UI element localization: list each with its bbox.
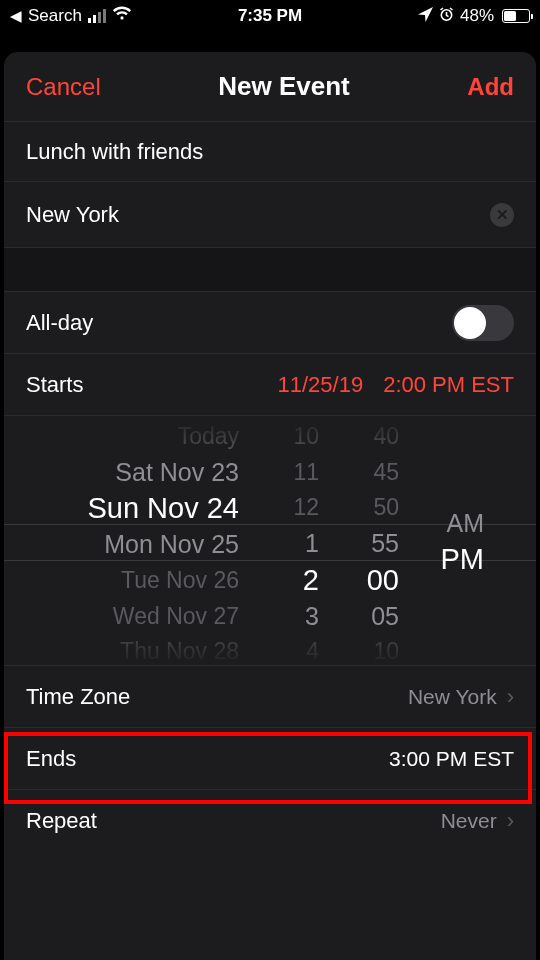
all-day-row: All-day	[4, 292, 536, 354]
event-title-field[interactable]: Lunch with friends	[4, 122, 536, 182]
new-event-sheet: Cancel New Event Add Lunch with friends …	[4, 52, 536, 960]
sheet-title: New Event	[218, 71, 350, 102]
annotation-highlight	[4, 732, 532, 804]
starts-label: Starts	[26, 372, 83, 398]
starts-date: 11/25/19	[278, 372, 364, 398]
repeat-label: Repeat	[26, 808, 97, 834]
status-bar: ◀ Search 7:35 PM 48%	[0, 0, 540, 32]
all-day-toggle[interactable]	[452, 305, 514, 341]
picker-item[interactable]: 05	[371, 599, 399, 635]
picker-item[interactable]: 12	[293, 490, 319, 526]
picker-item[interactable]: Wed Nov 27	[113, 599, 239, 635]
cancel-button[interactable]: Cancel	[26, 73, 101, 101]
time-zone-label: Time Zone	[26, 684, 130, 710]
battery-icon	[500, 9, 530, 23]
all-day-label: All-day	[26, 310, 93, 336]
sheet-header: Cancel New Event Add	[4, 52, 536, 122]
picker-item[interactable]: 1	[305, 526, 319, 562]
picker-item[interactable]: 40	[373, 419, 399, 455]
picker-date-column[interactable]: TodaySat Nov 23Sun Nov 24Mon Nov 25Tue N…	[14, 416, 249, 665]
picker-item[interactable]: AM	[447, 506, 485, 542]
picker-item[interactable]: Sat Nov 23	[115, 455, 239, 491]
status-time: 7:35 PM	[0, 6, 540, 26]
starts-time: 2:00 PM EST	[383, 372, 514, 398]
chevron-right-icon: ›	[507, 684, 514, 710]
picker-item[interactable]: Today	[178, 419, 239, 455]
repeat-value: Never	[441, 809, 497, 833]
event-location-text: New York	[26, 202, 119, 228]
picker-hour-column[interactable]: 10111212345	[249, 416, 319, 665]
event-location-field[interactable]: New York ✕	[4, 182, 536, 247]
picker-item[interactable]: 50	[373, 490, 399, 526]
clear-location-button[interactable]: ✕	[490, 203, 514, 227]
picker-item[interactable]: Thu Nov 28	[120, 634, 239, 665]
datetime-picker[interactable]: TodaySat Nov 23Sun Nov 24Mon Nov 25Tue N…	[4, 416, 536, 666]
event-title-text: Lunch with friends	[26, 139, 203, 165]
picker-ampm-column[interactable]: AMPM	[399, 416, 484, 665]
picker-item[interactable]: Tue Nov 26	[121, 563, 239, 599]
picker-item[interactable]: 10	[373, 634, 399, 665]
picker-item[interactable]: 2	[303, 562, 319, 599]
picker-item[interactable]: 11	[293, 455, 319, 491]
time-zone-value: New York	[408, 685, 497, 709]
add-button[interactable]: Add	[467, 73, 514, 101]
picker-item[interactable]: Mon Nov 25	[104, 527, 239, 563]
picker-item[interactable]: 10	[293, 419, 319, 455]
picker-item[interactable]: 45	[373, 455, 399, 491]
time-zone-row[interactable]: Time Zone New York ›	[4, 666, 536, 728]
picker-item[interactable]: Sun Nov 24	[87, 490, 239, 527]
picker-item[interactable]: 00	[367, 562, 399, 599]
starts-row[interactable]: Starts 11/25/19 2:00 PM EST	[4, 354, 536, 416]
picker-item[interactable]: 4	[306, 634, 319, 665]
chevron-right-icon: ›	[507, 808, 514, 834]
picker-item[interactable]: 55	[371, 526, 399, 562]
picker-minute-column[interactable]: 4045505500051015	[319, 416, 399, 665]
section-gap	[4, 247, 536, 292]
picker-item[interactable]: PM	[441, 541, 485, 578]
picker-item[interactable]: 3	[305, 599, 319, 635]
